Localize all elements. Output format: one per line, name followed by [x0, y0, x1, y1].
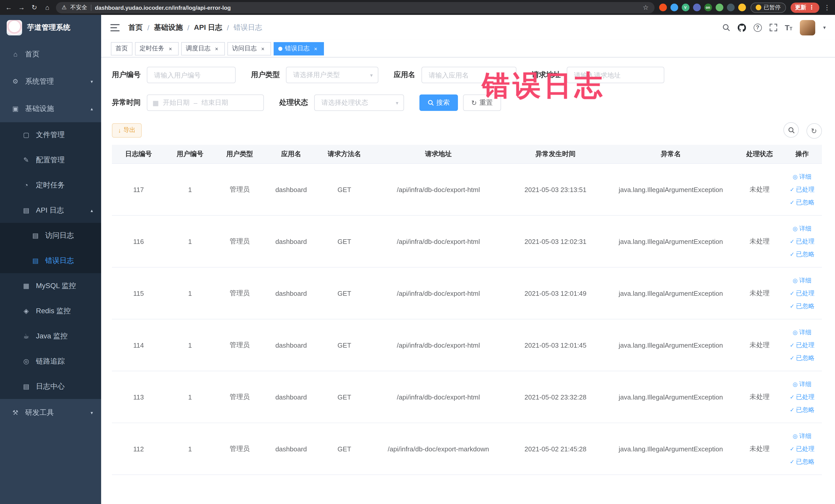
leaf-extension-icon[interactable]: [715, 4, 723, 11]
action-processed[interactable]: ✓已处理: [785, 183, 820, 196]
action-processed[interactable]: ✓已处理: [785, 442, 820, 455]
sidebar-item-error-log[interactable]: ▤错误日志: [0, 248, 101, 273]
update-button[interactable]: 更新 ⋮: [790, 2, 819, 13]
cell-user_id: 1: [165, 319, 215, 371]
sidebar-item-file-mgmt[interactable]: ▢文件管理: [0, 122, 101, 147]
column-header: 操作: [782, 144, 822, 164]
url-bar[interactable]: ⚠ 不安全 dashboard.yudao.iocoder.cn/infra/l…: [56, 2, 654, 13]
back-icon[interactable]: ←: [5, 4, 13, 11]
cell-actions: ◎详细✓已处理✓已忽略: [782, 164, 822, 216]
sidebar-item-access-log[interactable]: ▤访问日志: [0, 223, 101, 248]
sidebar-item-dev-tools[interactable]: ⚒研发工具▾: [0, 399, 101, 426]
sidebar-item-cron-job[interactable]: ◔定时任务: [0, 173, 101, 198]
filter-row-2: 异常时间 ▦ 开始日期 – 结束日期 处理状态 请选择处理状态 ▾: [112, 95, 822, 111]
adblock-extension-icon[interactable]: [659, 4, 667, 11]
action-detail[interactable]: ◎详细: [785, 429, 820, 442]
tab-error-log[interactable]: 错误日志×: [273, 42, 324, 55]
user-id-input[interactable]: [147, 67, 236, 83]
github-icon[interactable]: [738, 23, 746, 32]
start-date-placeholder: 开始日期: [163, 98, 190, 107]
browser-menu-icon[interactable]: ⋮: [824, 4, 830, 11]
app-name-input[interactable]: [422, 67, 516, 83]
sidebar-item-api-log[interactable]: ▤API 日志▴: [0, 198, 101, 223]
breadcrumb-item[interactable]: 基础设施: [154, 23, 183, 32]
action-ignored[interactable]: ✓已忽略: [785, 351, 820, 364]
action-detail[interactable]: ◎详细: [785, 326, 820, 339]
paused-button[interactable]: 已暂停: [750, 2, 786, 13]
vue-devtools-extension-icon[interactable]: V: [681, 4, 689, 11]
sidebar-item-label: 错误日志: [45, 256, 74, 265]
font-size-icon[interactable]: TT: [785, 24, 792, 31]
app-logo[interactable]: 芋道管理系统: [0, 15, 101, 41]
hamburger-icon[interactable]: [110, 24, 120, 31]
sidebar-item-label: API 日志: [36, 206, 64, 215]
close-icon[interactable]: ×: [312, 45, 319, 52]
puzzle-extension-icon[interactable]: [727, 4, 734, 11]
breadcrumb-item[interactable]: 首页: [128, 23, 143, 32]
action-detail[interactable]: ◎详细: [785, 274, 820, 287]
close-icon[interactable]: ×: [167, 45, 174, 52]
sidebar-item-java-monitor[interactable]: ☕Java 监控: [0, 323, 101, 349]
exception-time-range[interactable]: ▦ 开始日期 – 结束日期: [147, 95, 264, 111]
action-detail[interactable]: ◎详细: [785, 378, 820, 390]
tab-job-log[interactable]: 调度日志×: [181, 42, 225, 55]
action-processed[interactable]: ✓已处理: [785, 339, 820, 351]
hide-search-button[interactable]: [783, 122, 799, 138]
action-processed[interactable]: ✓已处理: [785, 235, 820, 248]
reload-icon[interactable]: ↻: [30, 4, 39, 11]
sidebar-item-infrastructure[interactable]: ▣基础设施▴: [0, 95, 101, 122]
process-status-select[interactable]: 请选择处理状态 ▾: [314, 95, 404, 111]
request-url-input[interactable]: [567, 67, 664, 83]
close-icon[interactable]: ×: [213, 45, 220, 52]
export-button[interactable]: ↓ 导出: [112, 123, 142, 138]
switch-extension-icon[interactable]: on: [704, 4, 712, 11]
sidebar-item-mysql-monitor[interactable]: ▦MySQL 监控: [0, 273, 101, 298]
chevron-down-icon[interactable]: ▾: [823, 25, 826, 30]
action-label: 已处理: [796, 390, 814, 403]
reset-button[interactable]: ↻ 重置: [463, 95, 501, 111]
smiley-extension-icon[interactable]: [738, 4, 746, 11]
sidebar-item-redis-monitor[interactable]: ◈Redis 监控: [0, 298, 101, 323]
tab-access-log[interactable]: 访问日志×: [227, 42, 271, 55]
column-header: 异常发生时间: [506, 144, 605, 164]
breadcrumb-item[interactable]: API 日志: [194, 23, 222, 32]
action-processed[interactable]: ✓已处理: [785, 287, 820, 300]
action-processed[interactable]: ✓已处理: [785, 390, 820, 403]
user-avatar[interactable]: [800, 20, 815, 35]
action-ignored[interactable]: ✓已忽略: [785, 455, 820, 468]
close-icon[interactable]: ×: [259, 45, 266, 52]
sidebar-item-system-mgmt[interactable]: ⚙系统管理▾: [0, 68, 101, 95]
help-icon[interactable]: ?: [754, 23, 762, 32]
action-ignored[interactable]: ✓已忽略: [785, 196, 820, 209]
browser-home-icon[interactable]: ⌂: [43, 4, 51, 11]
document-icon: ▤: [31, 231, 40, 239]
search-icon[interactable]: [722, 24, 730, 31]
action-ignored[interactable]: ✓已忽略: [785, 403, 820, 416]
refresh-button[interactable]: ↻: [806, 123, 822, 138]
fullscreen-icon[interactable]: [770, 24, 777, 31]
action-ignored[interactable]: ✓已忽略: [785, 248, 820, 261]
action-label: 已忽略: [796, 300, 814, 313]
check-icon: ✓: [790, 235, 794, 248]
edit-icon: ✎: [22, 156, 31, 164]
action-ignored[interactable]: ✓已忽略: [785, 300, 820, 313]
table-header-row: 日志编号用户编号用户类型应用名请求方法名请求地址异常发生时间异常名处理状态操作: [112, 144, 822, 164]
sidebar-item-link-trace[interactable]: ◎链路追踪: [0, 349, 101, 374]
forward-icon[interactable]: →: [18, 4, 26, 11]
process-status-label: 处理状态: [279, 98, 308, 107]
sidebar-item-config-mgmt[interactable]: ✎配置管理: [0, 147, 101, 173]
user-type-select[interactable]: 请选择用户类型 ▾: [286, 67, 378, 83]
bookmark-star-icon[interactable]: ☆: [643, 4, 649, 11]
grid-extension-icon[interactable]: [693, 4, 700, 11]
sidebar-item-home[interactable]: ⌂首页: [0, 41, 101, 68]
action-detail[interactable]: ◎详细: [785, 222, 820, 235]
water-drop-extension-icon[interactable]: [670, 4, 678, 11]
cell-exception: java.lang.IllegalArgumentException: [605, 216, 737, 267]
action-detail[interactable]: ◎详细: [785, 170, 820, 183]
sidebar-item-log-center[interactable]: ▤日志中心: [0, 374, 101, 399]
column-header: 用户编号: [165, 144, 215, 164]
search-button[interactable]: 搜索: [420, 95, 458, 111]
tab-home[interactable]: 首页: [111, 42, 133, 55]
tab-cron-job[interactable]: 定时任务×: [135, 42, 179, 55]
cell-exception: java.lang.IllegalArgumentException: [605, 164, 737, 216]
